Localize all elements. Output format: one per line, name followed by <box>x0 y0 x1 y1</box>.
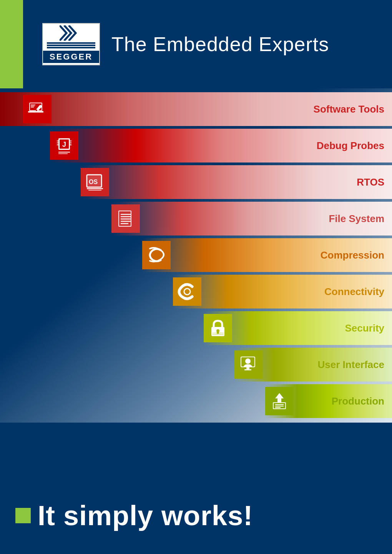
rtos-icon: OS <box>81 168 109 196</box>
compression-icon-svg <box>146 245 167 265</box>
svg-point-2 <box>36 109 37 111</box>
stair-bar-7 <box>0 311 392 345</box>
stair-row-compression: Compression <box>0 238 392 272</box>
security-icon <box>204 314 232 342</box>
stair-bar-3 <box>0 165 392 199</box>
stair-row-user-interface: User Interface <box>0 348 392 381</box>
file-system-label: File System <box>329 213 384 225</box>
software-tools-label: Software Tools <box>314 103 384 115</box>
logo-lines <box>43 42 99 48</box>
debug-probes-label: Debug Probes <box>317 140 384 152</box>
svg-rect-3 <box>28 111 43 113</box>
laptop-wrench-icon <box>27 99 48 119</box>
svg-text:J: J <box>62 141 66 148</box>
stair-row-file-system: File System <box>0 202 392 236</box>
svg-rect-40 <box>244 369 251 370</box>
stair-row-connectivity: Connectivity <box>0 275 392 309</box>
stair-row-software-tools: Software Tools <box>0 92 392 126</box>
svg-rect-39 <box>246 367 249 369</box>
tagline-text: It simply works! <box>38 500 253 531</box>
production-icon-svg <box>269 391 290 411</box>
logo-label: SEGGER <box>43 51 99 63</box>
tagline-section: It simply works! <box>0 477 392 554</box>
svg-rect-33 <box>217 331 219 334</box>
file-system-icon-svg <box>115 208 136 229</box>
connectivity-label: Connectivity <box>324 286 384 298</box>
user-interface-label: User Interface <box>318 359 384 371</box>
stair-row-rtos: OS RTOS <box>0 165 392 199</box>
svg-point-38 <box>245 358 251 364</box>
compression-label: Compression <box>321 249 384 261</box>
file-system-icon <box>111 204 140 233</box>
tagline-square <box>15 508 31 523</box>
user-interface-icon <box>234 350 263 379</box>
rtos-label: RTOS <box>357 176 384 188</box>
user-face-icon <box>238 354 259 375</box>
compression-icon <box>142 241 171 269</box>
header-title: The Embedded Experts <box>111 33 329 56</box>
os-box-icon: OS <box>85 172 105 192</box>
stair-row-production: Production <box>0 384 392 418</box>
svg-point-30 <box>184 289 190 295</box>
debug-probes-icon: J <box>50 131 78 160</box>
production-label: Production <box>332 395 384 407</box>
debug-probe-icon: J <box>54 135 75 156</box>
connectivity-icon-svg <box>177 281 198 302</box>
lock-icon <box>208 318 228 338</box>
connectivity-icon <box>173 277 201 306</box>
logo-arrows <box>60 25 83 41</box>
header: SEGGER The Embedded Experts <box>0 0 392 88</box>
segger-logo: SEGGER <box>42 23 100 65</box>
production-icon <box>265 387 294 415</box>
software-tools-icon <box>23 95 51 123</box>
svg-text:OS: OS <box>89 179 98 185</box>
security-label: Security <box>345 322 384 334</box>
stair-row-debug-probes: J Debug Probes <box>0 129 392 163</box>
logo-chevron-svg <box>60 25 83 41</box>
svg-marker-41 <box>275 393 284 402</box>
stair-row-security: Security <box>0 311 392 345</box>
header-accent-bar <box>0 0 23 88</box>
main-content: Software Tools J <box>0 88 392 554</box>
